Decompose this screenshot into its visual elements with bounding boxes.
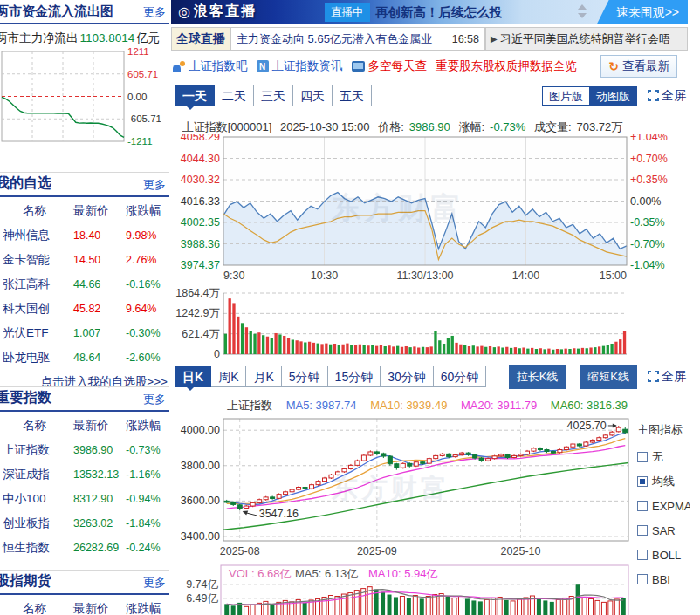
svg-text:0: 0: [214, 348, 220, 360]
indexes-section: 重要指数 更多 名称最新价涨跌幅上证指数3986.90-0.73%深证成指135…: [0, 386, 169, 560]
indicator-option-均线[interactable]: 均线: [637, 469, 695, 494]
indicator-option-SAR[interactable]: SAR: [637, 518, 695, 543]
link-index-news[interactable]: N 上证指数资讯: [257, 58, 343, 74]
stock-name[interactable]: 上证指数: [0, 442, 70, 458]
arrow-up-icon: [578, 4, 587, 10]
svg-text:621.4万: 621.4万: [182, 328, 220, 340]
day-tab-1[interactable]: 二天: [215, 85, 254, 106]
table-row[interactable]: 光伏ETF1.007-0.30%: [0, 321, 169, 345]
day-tab-3[interactable]: 四天: [293, 85, 333, 106]
site-logo[interactable]: ◎ 浪客直播: [178, 3, 257, 21]
day-tab-0[interactable]: 一天: [175, 85, 215, 106]
checkbox-icon[interactable]: [637, 525, 648, 536]
indexes-more-link[interactable]: 更多: [143, 392, 166, 407]
indicator-option-EXPMA[interactable]: EXPMA: [637, 494, 695, 518]
kline-tab-2[interactable]: 月K: [246, 366, 281, 387]
kline-tab-5[interactable]: 30分钟: [381, 366, 434, 387]
news-item[interactable]: ▶习近平同美国总统特朗普举行会晤: [485, 27, 688, 51]
kline-tab-0[interactable]: 日K: [175, 366, 211, 387]
link-long-short[interactable]: 多空每天查: [352, 58, 428, 74]
fund-flow-more-link[interactable]: 更多: [143, 4, 166, 20]
day-tab-group: 一天二天三天四天五天: [175, 85, 372, 106]
table-row[interactable]: 创业板指3263.02-1.84%: [0, 511, 169, 536]
kline-tab-4[interactable]: 15分钟: [328, 366, 381, 387]
svg-text:0.00%: 0.00%: [630, 195, 661, 208]
table-row[interactable]: 张江高科44.66-0.16%: [0, 272, 169, 297]
checkbox-icon[interactable]: [637, 501, 648, 511]
svg-text:3974.37: 3974.37: [181, 259, 220, 271]
column-header: 名称: [0, 418, 70, 434]
person-icon: [173, 61, 185, 72]
stock-price: 18.40: [70, 229, 122, 242]
watchlist-more-link[interactable]: 更多: [143, 177, 166, 193]
column-header: 最新价: [70, 418, 122, 434]
svg-text:6.49亿: 6.49亿: [186, 592, 218, 605]
main-content: ◎ 浪客直播 直播中 再创新高！后续怎么投 速来围观>> 全球直播 主力资金动向…: [171, 0, 688, 615]
checkbox-icon[interactable]: [637, 550, 648, 560]
day-tab-2[interactable]: 三天: [254, 85, 293, 106]
stock-name[interactable]: 创业板指: [0, 516, 70, 531]
table-row[interactable]: 中小1008312.90-0.94%: [0, 487, 169, 511]
net-outflow-label: 两市主力净流出1103.8014亿元: [0, 24, 169, 48]
fund-flow-title: 两市资金流入流出图: [0, 3, 113, 20]
table-row[interactable]: 恒生指数26282.69-0.24%: [0, 536, 169, 560]
checkbox-checked-icon[interactable]: [637, 476, 648, 487]
link-pledge-data[interactable]: 重要股东股权质押数据全览: [436, 58, 577, 74]
stock-name[interactable]: 神州信息: [0, 228, 70, 243]
indicator-option-BBI[interactable]: BBI: [637, 567, 695, 591]
svg-text:-1.04%: -1.04%: [630, 259, 665, 271]
ticker-headline[interactable]: 主力资金动向 5.65亿元潜入有色金属业: [237, 31, 450, 47]
svg-text:3547.16: 3547.16: [259, 508, 299, 520]
indicator-option-label: BBI: [652, 573, 670, 586]
futures-more-link[interactable]: 更多: [143, 575, 166, 591]
stock-name[interactable]: 科大国创: [0, 301, 70, 317]
svg-text:2025-08: 2025-08: [220, 545, 260, 557]
table-row[interactable]: 科大国创45.829.64%: [0, 297, 169, 321]
day-tab-4[interactable]: 五天: [333, 85, 372, 106]
stock-name[interactable]: 光伏ETF: [0, 325, 70, 341]
stock-name[interactable]: 恒生指数: [0, 540, 70, 556]
svg-text:1864.4万: 1864.4万: [175, 288, 220, 299]
checkbox-icon[interactable]: [637, 452, 648, 462]
stock-name[interactable]: 张江高科: [0, 277, 70, 292]
net-outflow-value: 1103.8014: [80, 31, 135, 44]
table-row[interactable]: 深证成指13532.13-1.16%: [0, 462, 169, 487]
link-index-bar[interactable]: 上证指数吧: [173, 58, 248, 74]
kline-fullscreen-button[interactable]: 全屏: [648, 369, 686, 385]
stock-name[interactable]: 金卡智能: [0, 252, 70, 268]
animated-version-tab[interactable]: 动图版: [589, 86, 637, 106]
stretch-kline-button[interactable]: 拉长K线: [509, 365, 566, 389]
indexes-table: 名称最新价涨跌幅上证指数3986.90-0.73%深证成指13532.13-1.…: [0, 413, 169, 560]
column-header: 涨跌幅: [122, 418, 169, 434]
checkbox-icon[interactable]: [637, 574, 648, 584]
stock-name[interactable]: 深证成指: [0, 467, 70, 482]
table-row[interactable]: 金卡智能14.502.76%: [0, 248, 169, 272]
volume-label: 成交量:: [534, 120, 572, 133]
quote-datetime: 2025-10-30 15:00: [280, 120, 370, 133]
kline-tab-6[interactable]: 60分钟: [434, 366, 487, 387]
table-row[interactable]: 卧龙电驱48.64-2.60%: [0, 345, 169, 370]
banner-headline[interactable]: 再创新高！后续怎么投: [375, 4, 502, 21]
indicator-option-label: EXPMA: [652, 500, 692, 513]
stock-name[interactable]: 中小100: [0, 491, 70, 507]
stock-name[interactable]: 卧龙电驱: [0, 350, 70, 366]
stock-change: 9.64%: [122, 303, 169, 315]
cta-button[interactable]: 速来围观>>: [597, 0, 688, 24]
kline-tab-1[interactable]: 周K: [211, 366, 246, 387]
indicator-option-BOLL[interactable]: BOLL: [637, 543, 695, 567]
fullscreen-button[interactable]: 全屏: [648, 88, 686, 104]
indicator-option-无[interactable]: 无: [637, 445, 695, 469]
table-row[interactable]: 上证指数3986.90-0.73%: [0, 438, 169, 462]
svg-text:605.71: 605.71: [127, 69, 158, 79]
refresh-button[interactable]: ↻ 查看最新: [600, 55, 677, 78]
svg-text:1211: 1211: [127, 48, 149, 57]
banner-toggle-arrows[interactable]: [578, 4, 587, 18]
svg-text:14:00: 14:00: [512, 270, 539, 282]
table-header-row: 名称最新价涨跌幅: [0, 413, 169, 438]
table-row[interactable]: 神州信息18.409.98%: [0, 223, 169, 248]
kline-tab-3[interactable]: 5分钟: [282, 366, 328, 387]
shrink-kline-button[interactable]: 缩短K线: [580, 365, 637, 389]
kline-chart: 4000.003800.003600.003400.004025.703547.…: [171, 413, 688, 564]
kline-index-name: 上证指数: [227, 399, 272, 412]
picture-version-tab[interactable]: 图片版: [542, 86, 589, 106]
